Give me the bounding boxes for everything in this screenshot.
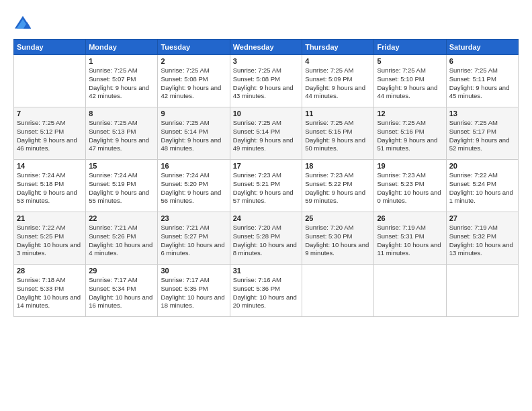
calendar-cell: 4Sunrise: 7:25 AM Sunset: 5:09 PM Daylig… (302, 55, 374, 107)
calendar-cell: 15Sunrise: 7:24 AM Sunset: 5:19 PM Dayli… (86, 160, 158, 212)
day-info: Sunrise: 7:24 AM Sunset: 5:18 PM Dayligh… (17, 171, 83, 205)
calendar-cell: 9Sunrise: 7:25 AM Sunset: 5:14 PM Daylig… (158, 107, 230, 160)
day-number: 21 (17, 214, 83, 222)
day-info: Sunrise: 7:17 AM Sunset: 5:35 PM Dayligh… (161, 276, 226, 310)
day-number: 10 (233, 109, 299, 118)
calendar-cell: 29Sunrise: 7:17 AM Sunset: 5:34 PM Dayli… (86, 265, 158, 317)
calendar-cell: 27Sunrise: 7:19 AM Sunset: 5:32 PM Dayli… (446, 212, 518, 265)
calendar-cell: 18Sunrise: 7:23 AM Sunset: 5:22 PM Dayli… (302, 160, 374, 212)
calendar-cell: 25Sunrise: 7:20 AM Sunset: 5:30 PM Dayli… (302, 212, 374, 265)
week-row-2: 7Sunrise: 7:25 AM Sunset: 5:12 PM Daylig… (14, 107, 519, 160)
day-number: 3 (233, 57, 299, 65)
day-number: 25 (305, 214, 371, 222)
calendar-cell: 28Sunrise: 7:18 AM Sunset: 5:33 PM Dayli… (14, 265, 86, 317)
calendar-cell: 2Sunrise: 7:25 AM Sunset: 5:08 PM Daylig… (158, 55, 230, 107)
calendar-cell: 5Sunrise: 7:25 AM Sunset: 5:10 PM Daylig… (374, 55, 446, 107)
day-info: Sunrise: 7:23 AM Sunset: 5:23 PM Dayligh… (377, 171, 443, 205)
day-info: Sunrise: 7:21 AM Sunset: 5:27 PM Dayligh… (161, 224, 226, 258)
day-number: 31 (233, 267, 299, 275)
day-info: Sunrise: 7:19 AM Sunset: 5:32 PM Dayligh… (449, 224, 515, 258)
day-info: Sunrise: 7:20 AM Sunset: 5:28 PM Dayligh… (233, 224, 299, 258)
calendar-cell (446, 265, 518, 317)
day-info: Sunrise: 7:22 AM Sunset: 5:24 PM Dayligh… (449, 171, 515, 205)
day-info: Sunrise: 7:25 AM Sunset: 5:10 PM Dayligh… (377, 66, 443, 101)
calendar-cell: 13Sunrise: 7:25 AM Sunset: 5:17 PM Dayli… (446, 107, 518, 160)
day-info: Sunrise: 7:25 AM Sunset: 5:13 PM Dayligh… (89, 119, 154, 153)
day-number: 8 (89, 109, 154, 118)
day-info: Sunrise: 7:24 AM Sunset: 5:20 PM Dayligh… (161, 171, 226, 205)
calendar-cell: 8Sunrise: 7:25 AM Sunset: 5:13 PM Daylig… (86, 107, 158, 160)
day-info: Sunrise: 7:25 AM Sunset: 5:15 PM Dayligh… (305, 119, 371, 153)
day-number: 28 (17, 267, 83, 275)
weekday-friday: Friday (374, 40, 446, 55)
calendar-cell: 6Sunrise: 7:25 AM Sunset: 5:11 PM Daylig… (446, 55, 518, 107)
day-info: Sunrise: 7:25 AM Sunset: 5:11 PM Dayligh… (449, 66, 515, 101)
day-number: 13 (449, 109, 515, 118)
header (13, 13, 519, 32)
calendar-cell (302, 265, 374, 317)
weekday-thursday: Thursday (302, 40, 374, 55)
calendar-cell: 14Sunrise: 7:24 AM Sunset: 5:18 PM Dayli… (14, 160, 86, 212)
calendar-cell: 7Sunrise: 7:25 AM Sunset: 5:12 PM Daylig… (14, 107, 86, 160)
calendar-cell: 31Sunrise: 7:16 AM Sunset: 5:36 PM Dayli… (230, 265, 302, 317)
day-info: Sunrise: 7:25 AM Sunset: 5:08 PM Dayligh… (161, 66, 226, 101)
weekday-header-row: SundayMondayTuesdayWednesdayThursdayFrid… (14, 40, 519, 55)
calendar-cell (374, 265, 446, 317)
day-info: Sunrise: 7:25 AM Sunset: 5:17 PM Dayligh… (449, 119, 515, 153)
weekday-tuesday: Tuesday (158, 40, 230, 55)
day-info: Sunrise: 7:23 AM Sunset: 5:22 PM Dayligh… (305, 171, 371, 205)
day-number: 17 (233, 162, 299, 170)
calendar-cell: 1Sunrise: 7:25 AM Sunset: 5:07 PM Daylig… (86, 55, 158, 107)
day-info: Sunrise: 7:25 AM Sunset: 5:07 PM Dayligh… (89, 66, 154, 101)
day-number: 27 (449, 214, 515, 222)
day-info: Sunrise: 7:25 AM Sunset: 5:09 PM Dayligh… (305, 66, 371, 101)
calendar-cell: 20Sunrise: 7:22 AM Sunset: 5:24 PM Dayli… (446, 160, 518, 212)
week-row-1: 1Sunrise: 7:25 AM Sunset: 5:07 PM Daylig… (14, 55, 519, 107)
calendar-cell: 11Sunrise: 7:25 AM Sunset: 5:15 PM Dayli… (302, 107, 374, 160)
day-info: Sunrise: 7:23 AM Sunset: 5:21 PM Dayligh… (233, 171, 299, 205)
day-number: 18 (305, 162, 371, 170)
weekday-wednesday: Wednesday (230, 40, 302, 55)
calendar-cell: 21Sunrise: 7:22 AM Sunset: 5:25 PM Dayli… (14, 212, 86, 265)
day-number: 24 (233, 214, 299, 222)
day-info: Sunrise: 7:25 AM Sunset: 5:16 PM Dayligh… (377, 119, 443, 153)
day-number: 5 (377, 57, 443, 65)
calendar-cell: 16Sunrise: 7:24 AM Sunset: 5:20 PM Dayli… (158, 160, 230, 212)
day-number: 26 (377, 214, 443, 222)
day-info: Sunrise: 7:19 AM Sunset: 5:31 PM Dayligh… (377, 224, 443, 258)
weekday-saturday: Saturday (446, 40, 518, 55)
day-number: 9 (161, 109, 226, 118)
day-info: Sunrise: 7:21 AM Sunset: 5:26 PM Dayligh… (89, 224, 154, 258)
calendar-cell: 23Sunrise: 7:21 AM Sunset: 5:27 PM Dayli… (158, 212, 230, 265)
calendar-cell: 17Sunrise: 7:23 AM Sunset: 5:21 PM Dayli… (230, 160, 302, 212)
day-info: Sunrise: 7:22 AM Sunset: 5:25 PM Dayligh… (17, 224, 83, 258)
calendar-cell (14, 55, 86, 107)
day-info: Sunrise: 7:24 AM Sunset: 5:19 PM Dayligh… (89, 171, 154, 205)
week-row-3: 14Sunrise: 7:24 AM Sunset: 5:18 PM Dayli… (14, 160, 519, 212)
calendar-cell: 12Sunrise: 7:25 AM Sunset: 5:16 PM Dayli… (374, 107, 446, 160)
day-number: 7 (17, 109, 83, 118)
day-number: 29 (89, 267, 154, 275)
day-info: Sunrise: 7:25 AM Sunset: 5:14 PM Dayligh… (161, 119, 226, 153)
calendar-cell: 22Sunrise: 7:21 AM Sunset: 5:26 PM Dayli… (86, 212, 158, 265)
page: SundayMondayTuesdayWednesdayThursdayFrid… (0, 0, 532, 411)
day-number: 4 (305, 57, 371, 65)
calendar-cell: 10Sunrise: 7:25 AM Sunset: 5:14 PM Dayli… (230, 107, 302, 160)
logo (13, 13, 35, 32)
week-row-5: 28Sunrise: 7:18 AM Sunset: 5:33 PM Dayli… (14, 265, 519, 317)
day-number: 1 (89, 57, 154, 65)
day-number: 16 (161, 162, 226, 170)
calendar-table: SundayMondayTuesdayWednesdayThursdayFrid… (13, 39, 519, 317)
day-number: 19 (377, 162, 443, 170)
calendar-cell: 19Sunrise: 7:23 AM Sunset: 5:23 PM Dayli… (374, 160, 446, 212)
day-number: 2 (161, 57, 226, 65)
day-number: 14 (17, 162, 83, 170)
day-info: Sunrise: 7:16 AM Sunset: 5:36 PM Dayligh… (233, 276, 299, 310)
day-number: 6 (449, 57, 515, 65)
day-number: 30 (161, 267, 226, 275)
day-info: Sunrise: 7:25 AM Sunset: 5:14 PM Dayligh… (233, 119, 299, 153)
day-info: Sunrise: 7:17 AM Sunset: 5:34 PM Dayligh… (89, 276, 154, 310)
day-number: 15 (89, 162, 154, 170)
day-number: 12 (377, 109, 443, 118)
calendar-cell: 26Sunrise: 7:19 AM Sunset: 5:31 PM Dayli… (374, 212, 446, 265)
